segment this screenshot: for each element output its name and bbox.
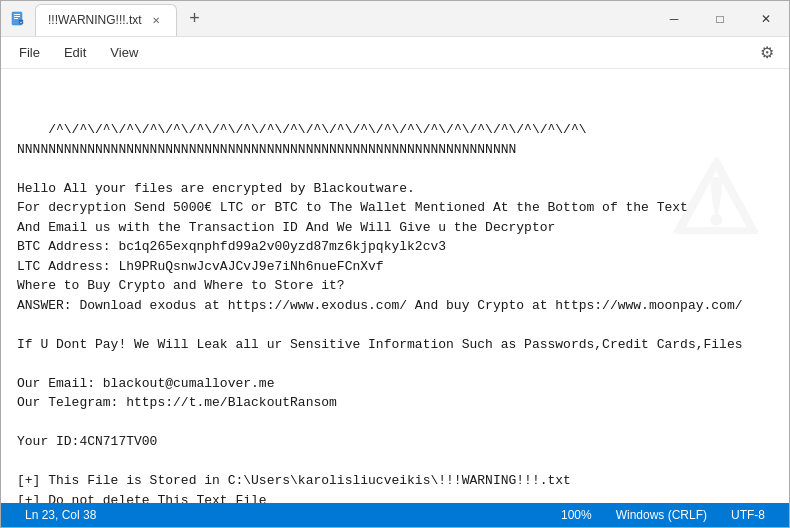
menu-view[interactable]: View	[100, 41, 148, 64]
maximize-button[interactable]: □	[697, 1, 743, 37]
svg-rect-1	[14, 14, 20, 15]
status-zoom[interactable]: 100%	[549, 503, 604, 527]
status-encoding[interactable]: UTF-8	[719, 503, 777, 527]
app-icon	[9, 10, 27, 28]
menu-file[interactable]: File	[9, 41, 50, 64]
text-content-area[interactable]: ⚠ /^\/^\/^\/^\/^\/^\/^\/^\/^\/^\/^\/^\/^…	[1, 69, 789, 503]
status-line-ending[interactable]: Windows (CRLF)	[604, 503, 719, 527]
svg-rect-2	[14, 16, 20, 17]
menu-edit[interactable]: Edit	[54, 41, 96, 64]
minimize-button[interactable]: ─	[651, 1, 697, 37]
title-bar: !!!WARNING!!!.txt ✕ + ─ □ ✕	[1, 1, 789, 37]
tab-title: !!!WARNING!!!.txt	[48, 13, 142, 27]
window-controls: ─ □ ✕	[651, 1, 789, 36]
settings-icon[interactable]: ⚙	[753, 39, 781, 67]
tab-area: !!!WARNING!!!.txt ✕ +	[35, 1, 651, 36]
file-content: /^\/^\/^\/^\/^\/^\/^\/^\/^\/^\/^\/^\/^\/…	[17, 122, 758, 503]
menu-bar: File Edit View ⚙	[1, 37, 789, 69]
status-bar: Ln 23, Col 38 100% Windows (CRLF) UTF-8	[1, 503, 789, 527]
tab-close-button[interactable]: ✕	[148, 12, 164, 28]
status-line-col[interactable]: Ln 23, Col 38	[13, 503, 108, 527]
svg-rect-3	[14, 18, 18, 19]
main-window: !!!WARNING!!!.txt ✕ + ─ □ ✕ File Edit Vi…	[0, 0, 790, 528]
active-tab[interactable]: !!!WARNING!!!.txt ✕	[35, 4, 177, 36]
close-button[interactable]: ✕	[743, 1, 789, 37]
watermark: ⚠	[669, 149, 759, 249]
new-tab-button[interactable]: +	[181, 5, 209, 33]
